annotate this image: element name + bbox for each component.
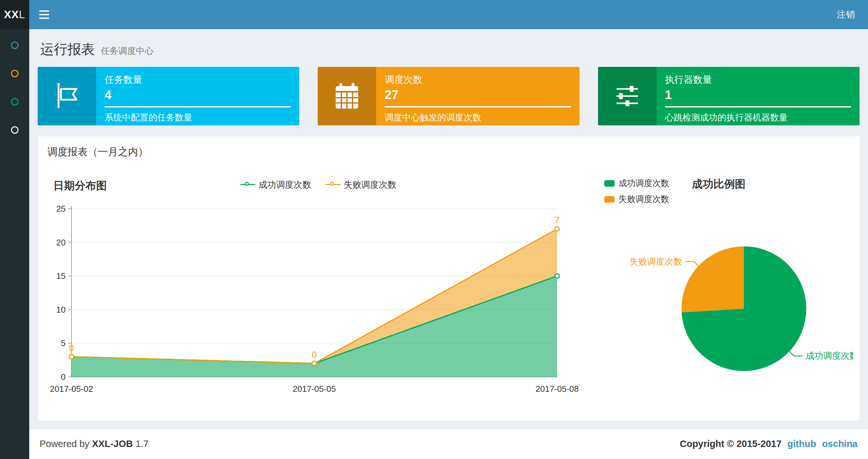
schedule-report-panel: 调度报表（一月之内） 日期分布图 成功调度次数 失败调度次数 <box>38 136 860 421</box>
line-legend-item[interactable]: 失败调度次数 <box>326 179 396 191</box>
page-subtitle: 任务调度中心 <box>101 46 153 56</box>
line-chart-head: 日期分布图 成功调度次数 失败调度次数 <box>45 176 591 195</box>
date-distribution-chart: 05101520252017-05-022017-05-052017-05-08… <box>45 195 578 403</box>
logo-bold-text: XX <box>4 8 19 21</box>
svg-text:20: 20 <box>56 238 66 248</box>
line-legend-item[interactable]: 成功调度次数 <box>240 179 311 191</box>
date-distribution-chart-block: 日期分布图 成功调度次数 失败调度次数 05101520252017-05-02… <box>45 176 591 403</box>
line-chart-title: 日期分布图 <box>45 178 107 193</box>
line-chart-legend: 成功调度次数 失败调度次数 <box>45 179 591 191</box>
svg-text:25: 25 <box>56 204 66 214</box>
pie-legend-swatch <box>604 196 615 202</box>
info-box: 执行器数量 1 心跳检测成功的执行器机器数量 <box>598 67 860 125</box>
app-logo[interactable]: XXL <box>0 0 29 29</box>
svg-text:成功调度次数: 成功调度次数 <box>806 351 853 361</box>
footer-right: Copyright © 2015-2017 github oschina <box>680 438 858 449</box>
info-box-value: 27 <box>384 88 571 102</box>
svg-text:2017-05-02: 2017-05-02 <box>50 384 93 394</box>
pie-legend-swatch <box>604 180 615 187</box>
info-box-content: 执行器数量 1 心跳检测成功的执行器机器数量 <box>656 67 860 125</box>
hamburger-icon <box>39 10 49 12</box>
svg-text:失败调度次数: 失败调度次数 <box>629 257 682 266</box>
sidebar <box>0 29 29 459</box>
legend-label: 失败调度次数 <box>344 179 396 191</box>
info-box-label: 任务数量 <box>104 73 291 86</box>
logout-link[interactable]: 注销 <box>836 5 856 24</box>
info-box-content: 任务数量 4 系统中配置的任务数量 <box>96 67 299 125</box>
svg-text:0: 0 <box>61 372 66 382</box>
legend-label: 成功调度次数 <box>619 177 669 189</box>
legend-label: 失败调度次数 <box>619 194 669 205</box>
info-box-progress <box>665 106 851 107</box>
panel-body: 日期分布图 成功调度次数 失败调度次数 05101520252017-05-02… <box>38 168 860 421</box>
info-box-label: 执行器数量 <box>665 73 851 86</box>
svg-text:15: 15 <box>56 271 66 281</box>
svg-text:10: 10 <box>56 305 66 315</box>
info-box-progress <box>384 106 571 107</box>
pie-chart-legend: 成功调度次数 失败调度次数 <box>604 177 669 205</box>
info-box: 任务数量 4 系统中配置的任务数量 <box>38 67 299 125</box>
svg-text:2017-05-05: 2017-05-05 <box>293 384 336 394</box>
info-box-label: 调度次数 <box>384 73 571 86</box>
sidebar-menu-icon[interactable] <box>11 70 19 77</box>
flag-icon <box>52 81 82 111</box>
powered-by-text: Powered by XXL-JOB 1.7 <box>40 438 149 449</box>
info-box-progress <box>104 106 291 107</box>
legend-line-marker-icon <box>240 182 255 188</box>
svg-text:0: 0 <box>69 343 74 353</box>
info-box-icon-area <box>318 67 376 125</box>
info-box: 调度次数 27 调度中心触发的调度次数 <box>318 67 579 125</box>
main-footer: Powered by XXL-JOB 1.7 Copyright © 2015-… <box>29 428 868 459</box>
info-box-row: 任务数量 4 系统中配置的任务数量 <box>38 67 860 125</box>
svg-text:7: 7 <box>555 215 559 225</box>
oschina-link[interactable]: oschina <box>822 438 858 449</box>
brand-version: 1.7 <box>135 438 149 449</box>
pie-chart-title: 成功比例图 <box>692 177 746 192</box>
success-ratio-chart-block: 成功调度次数 失败调度次数 成功比例图 成功调度次数失败调度次数 <box>591 176 853 403</box>
content-wrapper: 运行报表 任务调度中心 任务数量 4 系统中配置的任务数量 <box>29 29 868 428</box>
info-box-description: 调度中心触发的调度次数 <box>384 112 571 123</box>
pie-legend-item[interactable]: 成功调度次数 <box>604 177 669 189</box>
sidebar-menu-icon[interactable] <box>11 126 19 134</box>
info-box-value: 1 <box>665 88 851 102</box>
main-header: XXL 注销 <box>0 0 868 29</box>
legend-label: 成功调度次数 <box>258 179 311 191</box>
pie-legend-item[interactable]: 失败调度次数 <box>604 194 669 205</box>
page-title: 运行报表 <box>40 41 95 57</box>
success-ratio-chart: 成功调度次数失败调度次数 <box>604 205 853 400</box>
top-navbar: 注销 <box>29 0 868 29</box>
sliders-icon <box>612 81 642 111</box>
info-box-content: 调度次数 27 调度中心触发的调度次数 <box>376 67 579 125</box>
calendar-icon <box>331 80 363 112</box>
svg-text:2017-05-08: 2017-05-08 <box>536 384 579 394</box>
info-box-icon-area <box>598 67 656 125</box>
github-link[interactable]: github <box>787 438 816 449</box>
info-box-value: 4 <box>104 88 291 102</box>
info-box-description: 心跳检测成功的执行器机器数量 <box>665 112 851 123</box>
sidebar-menu-icon[interactable] <box>11 41 19 49</box>
svg-text:5: 5 <box>61 338 66 348</box>
sidebar-menu-icon[interactable] <box>11 98 19 105</box>
info-box-icon-area <box>38 67 96 125</box>
page-header: 运行报表 任务调度中心 <box>38 36 860 67</box>
svg-text:0: 0 <box>312 350 317 360</box>
copyright-text: Copyright © 2015-2017 <box>680 438 782 449</box>
pie-chart-head: 成功调度次数 失败调度次数 成功比例图 <box>604 176 853 205</box>
panel-title: 调度报表（一月之内） <box>38 136 860 168</box>
brand-name: XXL-JOB <box>92 438 133 449</box>
logo-thin-text: L <box>19 8 25 21</box>
sidebar-toggle-button[interactable] <box>29 0 59 29</box>
info-box-description: 系统中配置的任务数量 <box>104 112 291 123</box>
legend-line-marker-icon <box>326 182 340 188</box>
